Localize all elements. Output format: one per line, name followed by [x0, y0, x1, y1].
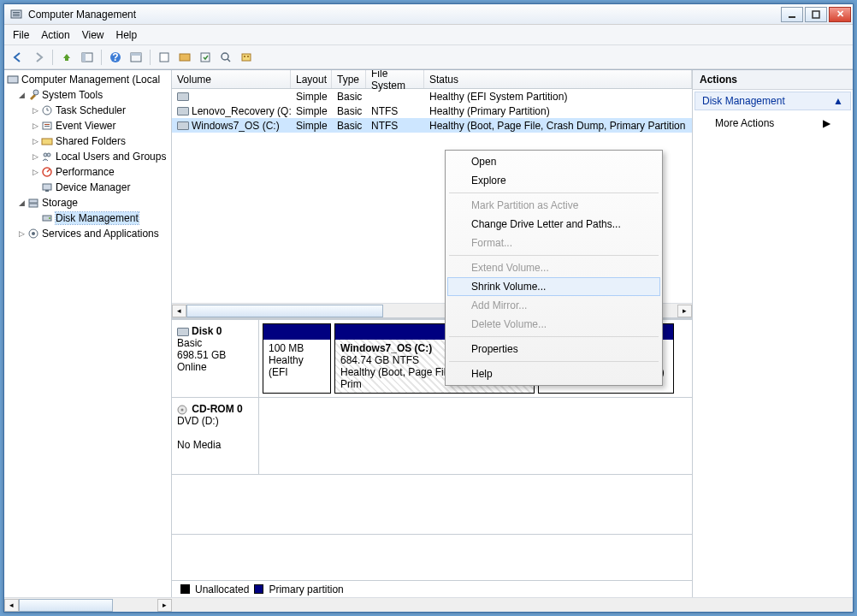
volume-row[interactable]: Simple Basic Healthy (EFI System Partiti… — [172, 89, 692, 104]
tree-pane[interactable]: Computer Management (Local ◢ System Tool… — [4, 70, 172, 597]
legend-primary-swatch — [254, 584, 263, 594]
ctx-extend-volume: Extend Volume... — [447, 258, 660, 277]
actions-more[interactable]: More Actions ▶ — [693, 112, 853, 134]
ctx-delete-volume: Delete Volume... — [447, 315, 660, 334]
ctx-change-drive-letter[interactable]: Change Drive Letter and Paths... — [447, 215, 660, 234]
svg-rect-15 — [201, 53, 210, 62]
disk-icon — [40, 212, 54, 224]
col-file-system[interactable]: File System — [366, 70, 424, 88]
scroll-thumb[interactable] — [186, 305, 383, 317]
svg-point-28 — [44, 153, 47, 157]
disk-name: Disk 0 — [192, 325, 222, 337]
ctx-explore[interactable]: Explore — [447, 171, 660, 190]
svg-rect-31 — [43, 184, 51, 190]
minimize-button[interactable] — [781, 7, 803, 22]
content-area: Computer Management (Local ◢ System Tool… — [4, 69, 853, 597]
svg-rect-3 — [13, 15, 20, 16]
menu-help[interactable]: Help — [116, 29, 138, 41]
volume-status: Healthy (Primary Partition) — [424, 105, 692, 117]
settings-button[interactable] — [127, 49, 145, 66]
tool-button[interactable] — [176, 49, 193, 66]
expand-icon[interactable]: ▷ — [30, 168, 40, 176]
drive-icon — [177, 107, 189, 116]
tool-button[interactable] — [156, 49, 173, 66]
svg-line-17 — [228, 59, 230, 62]
col-status[interactable]: Status — [424, 70, 692, 88]
help-button[interactable]: ? — [107, 49, 124, 66]
close-button[interactable]: ✕ — [829, 7, 851, 22]
tree-device-manager[interactable]: Device Manager — [4, 180, 171, 195]
disk-size: 698.51 GB — [177, 349, 253, 361]
ctx-properties[interactable]: Properties — [447, 340, 660, 358]
disk-type: Basic — [177, 337, 253, 349]
svg-rect-25 — [44, 124, 50, 125]
tool-button[interactable] — [197, 49, 214, 66]
ctx-open[interactable]: Open — [447, 152, 660, 171]
menu-separator — [449, 192, 659, 193]
up-button[interactable] — [58, 49, 75, 66]
tree-disk-management[interactable]: Disk Management — [4, 210, 171, 226]
ctx-shrink-volume[interactable]: Shrink Volume... — [447, 277, 660, 296]
show-hide-tree-button[interactable] — [79, 49, 96, 66]
back-button[interactable] — [9, 49, 27, 66]
tool-button[interactable] — [238, 49, 255, 66]
volume-row-selected[interactable]: Windows7_OS (C:) Simple Basic NTFS Healt… — [172, 118, 692, 133]
tree-root[interactable]: Computer Management (Local — [4, 72, 171, 87]
tree-task-scheduler[interactable]: ▷Task Scheduler — [4, 103, 171, 118]
col-layout[interactable]: Layout — [291, 70, 332, 88]
tree-services[interactable]: ▷Services and Applications — [4, 226, 171, 241]
col-volume[interactable]: Volume — [172, 70, 291, 88]
ctx-help[interactable]: Help — [447, 364, 660, 383]
col-type[interactable]: Type — [332, 70, 366, 88]
titlebar[interactable]: Computer Management ✕ — [4, 4, 853, 25]
expand-icon[interactable]: ▷ — [16, 229, 27, 238]
partition[interactable]: 100 MBHealthy (EFI — [263, 323, 331, 394]
chevron-right-icon: ▶ — [823, 117, 830, 129]
toolbar-separator — [101, 50, 102, 65]
expand-icon[interactable]: ▷ — [30, 152, 40, 161]
tree-label: Services and Applications — [42, 228, 159, 240]
actions-section[interactable]: Disk Management ▲ — [694, 92, 851, 110]
disk-row: CD-ROM 0 DVD (D:) No Media — [172, 398, 692, 475]
tree-shared-folders[interactable]: ▷Shared Folders — [4, 133, 171, 149]
tool-button[interactable] — [217, 49, 234, 66]
menu-view[interactable]: View — [82, 29, 104, 41]
svg-rect-12 — [131, 53, 141, 56]
menu-action[interactable]: Action — [41, 29, 69, 41]
tools-icon — [27, 89, 40, 101]
volume-row[interactable]: Lenovo_Recovery (Q:) Simple Basic NTFS H… — [172, 104, 692, 118]
actions-more-label: More Actions — [715, 117, 774, 129]
disk-info[interactable]: Disk 0 Basic 698.51 GB Online — [172, 320, 259, 397]
disk-partitions — [259, 398, 692, 474]
collapse-icon[interactable]: ◢ — [16, 91, 27, 99]
collapse-icon[interactable]: ◢ — [16, 198, 27, 207]
svg-point-22 — [33, 90, 38, 95]
scroll-right-button[interactable]: ▸ — [677, 305, 692, 317]
maximize-button[interactable] — [805, 7, 827, 22]
menu-file[interactable]: File — [13, 29, 29, 41]
svg-rect-5 — [813, 11, 819, 18]
tree-label: Storage — [42, 197, 78, 209]
scroll-left-button[interactable]: ◂ — [172, 305, 186, 317]
tree-performance[interactable]: ▷Performance — [4, 164, 171, 180]
toolbar-separator — [150, 50, 151, 65]
tree-system-tools[interactable]: ◢ System Tools — [4, 87, 171, 103]
tree-event-viewer[interactable]: ▷Event Viewer — [4, 118, 171, 133]
svg-rect-21 — [8, 76, 18, 83]
tree-storage[interactable]: ◢Storage — [4, 195, 171, 210]
window-title: Computer Management — [28, 9, 781, 21]
volume-name: Lenovo_Recovery (Q:) — [192, 105, 291, 117]
drive-icon — [177, 92, 189, 101]
legend-unallocated-swatch — [180, 584, 190, 594]
expand-icon[interactable]: ▷ — [30, 106, 40, 115]
ctx-mark-active: Mark Partition as Active — [447, 196, 660, 215]
expand-icon[interactable]: ▷ — [30, 137, 40, 145]
forward-button[interactable] — [30, 49, 47, 66]
menu-separator — [449, 255, 659, 256]
svg-text:?: ? — [112, 51, 118, 63]
legend-unallocated-label: Unallocated — [195, 583, 249, 595]
disk-info[interactable]: CD-ROM 0 DVD (D:) No Media — [172, 398, 259, 474]
collapse-icon: ▲ — [833, 95, 843, 107]
expand-icon[interactable]: ▷ — [30, 121, 40, 130]
tree-local-users[interactable]: ▷Local Users and Groups — [4, 149, 171, 164]
